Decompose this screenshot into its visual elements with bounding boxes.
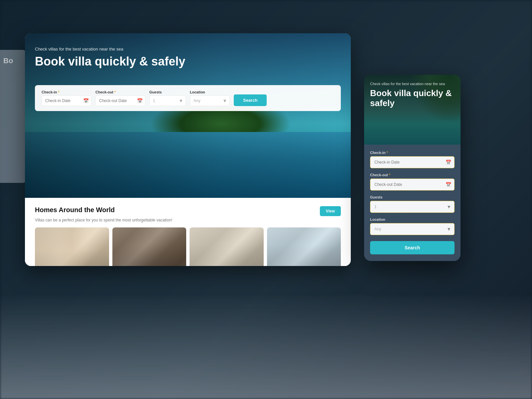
mobile-checkin-label: Check-in * bbox=[370, 151, 455, 155]
checkin-field: Check-in * 📅 bbox=[42, 90, 91, 106]
left-card-text: Bo bbox=[3, 57, 23, 65]
mobile-checkin-input[interactable] bbox=[370, 156, 455, 168]
location-label: Location bbox=[190, 90, 230, 94]
homes-title: Homes Around the World bbox=[35, 206, 115, 214]
location-field: Location Any Maldives France Trance ▼ bbox=[190, 90, 230, 106]
homes-header: Homes Around the World View bbox=[35, 206, 341, 216]
mobile-guests-label: Guests bbox=[370, 195, 455, 199]
mobile-guests-field: Guests 1 2 3 4+ ▼ bbox=[370, 195, 455, 213]
home-card-1[interactable]: Maldives bbox=[35, 227, 109, 266]
left-partial-card: Bo bbox=[0, 50, 27, 183]
mobile-location-select[interactable]: Any Maldives France Trance bbox=[370, 223, 455, 235]
checkout-field: Check-out * 📅 bbox=[95, 90, 145, 106]
homes-header-text: Homes Around the World bbox=[35, 206, 115, 214]
homes-section: Homes Around the World View Villas can b… bbox=[25, 198, 351, 266]
home-card-3[interactable]: France bbox=[190, 227, 264, 266]
search-bar: Check-in * 📅 Check-out * 📅 bbox=[35, 85, 341, 111]
view-all-button[interactable]: View bbox=[320, 206, 341, 216]
mobile-hero-content: Check villas for the best vacation near … bbox=[364, 75, 461, 113]
checkin-input[interactable] bbox=[42, 95, 91, 106]
mobile-location-field: Location Any Maldives France Trance ▼ bbox=[370, 217, 455, 235]
mobile-hero-subtitle: Check villas for the best vacation near … bbox=[370, 81, 455, 86]
guests-select[interactable]: 1 2 3 4+ bbox=[149, 95, 186, 106]
desktop-card: Check villas for the best vacation near … bbox=[25, 33, 351, 266]
hero-section: Check villas for the best vacation near … bbox=[25, 33, 351, 198]
mobile-checkout-wrap: 📅 bbox=[370, 179, 455, 191]
hero-content: Check villas for the best vacation near … bbox=[25, 33, 351, 85]
mobile-checkout-label: Check-out * bbox=[370, 173, 455, 177]
hero-title: Book villa quickly & safely bbox=[35, 54, 341, 68]
mobile-location-label: Location bbox=[370, 217, 455, 221]
checkout-label: Check-out * bbox=[95, 90, 145, 94]
mobile-checkin-wrap: 📅 bbox=[370, 156, 455, 168]
checkout-input-wrap: 📅 bbox=[95, 95, 145, 106]
homes-description: Villas can be a perfect place for you to… bbox=[35, 218, 341, 222]
guests-field: Guests 1 2 3 4+ ▼ bbox=[149, 90, 186, 106]
mobile-location-wrap: Any Maldives France Trance ▼ bbox=[370, 223, 455, 235]
mobile-search-button[interactable]: Search bbox=[370, 241, 455, 254]
location-select-wrap: Any Maldives France Trance ▼ bbox=[190, 95, 230, 106]
checkin-label: Check-in * bbox=[42, 90, 91, 94]
checkout-input[interactable] bbox=[95, 95, 145, 106]
mobile-form: Check-in * 📅 Check-out * 📅 Guests bbox=[364, 145, 461, 261]
guests-select-wrap: 1 2 3 4+ ▼ bbox=[149, 95, 186, 106]
home-card-4[interactable]: France bbox=[267, 227, 341, 266]
mobile-hero-title: Book villa quickly & safely bbox=[370, 88, 455, 108]
mobile-checkout-input[interactable] bbox=[370, 179, 455, 191]
hero-subtitle: Check villas for the best vacation near … bbox=[35, 47, 341, 52]
search-button[interactable]: Search bbox=[234, 94, 267, 106]
mobile-guests-wrap: 1 2 3 4+ ▼ bbox=[370, 201, 455, 213]
mobile-checkout-field: Check-out * 📅 bbox=[370, 173, 455, 191]
mobile-hero: Check villas for the best vacation near … bbox=[364, 75, 461, 145]
bottom-blur-area bbox=[0, 293, 532, 399]
mobile-guests-select[interactable]: 1 2 3 4+ bbox=[370, 201, 455, 213]
mobile-card: Check villas for the best vacation near … bbox=[364, 75, 461, 261]
homes-grid: Maldives Maldives France France bbox=[35, 227, 341, 266]
home-card-2[interactable]: Maldives bbox=[112, 227, 187, 266]
mobile-checkin-field: Check-in * 📅 bbox=[370, 151, 455, 168]
location-select[interactable]: Any Maldives France Trance bbox=[190, 95, 230, 106]
guests-label: Guests bbox=[149, 90, 186, 94]
checkin-input-wrap: 📅 bbox=[42, 95, 91, 106]
